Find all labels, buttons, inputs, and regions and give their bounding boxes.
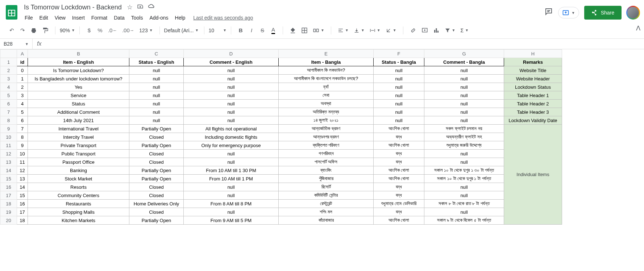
- cell[interactable]: ১৪ জুলাই ২০২১: [279, 116, 374, 125]
- menu-tools[interactable]: Tools: [128, 13, 146, 22]
- cell[interactable]: null: [424, 91, 504, 100]
- cell[interactable]: 14: [17, 183, 28, 191]
- cell[interactable]: Is Tomorrow Lockdown?: [28, 66, 129, 75]
- row-header[interactable]: 17: [0, 191, 17, 200]
- row-header[interactable]: 12: [0, 150, 17, 158]
- cell[interactable]: null: [184, 108, 279, 116]
- cell[interactable]: রেস্টুরেন্ট: [279, 200, 374, 208]
- cell[interactable]: বন্ধ: [374, 150, 424, 158]
- cell[interactable]: null: [184, 150, 279, 158]
- cell[interactable]: Item - English: [28, 58, 129, 66]
- cell[interactable]: null: [129, 66, 184, 75]
- spreadsheet-grid[interactable]: A B C D E F G H 1 id Item - English Stat…: [0, 49, 644, 225]
- cell[interactable]: Table Header 3: [504, 108, 562, 116]
- sheets-logo-icon[interactable]: [4, 5, 19, 20]
- cell[interactable]: null: [374, 83, 424, 91]
- cell[interactable]: Resorts: [28, 183, 129, 191]
- cell[interactable]: 0: [17, 66, 28, 75]
- cell[interactable]: null: [184, 183, 279, 191]
- cell[interactable]: Status: [28, 100, 129, 108]
- cell[interactable]: শুধুমাত্র হোম ডেলিভারি: [374, 200, 424, 208]
- cell[interactable]: সকাল ১০ টা থেকে দুপুর ১ টা পর্যন্ত: [424, 175, 504, 183]
- menu-help[interactable]: Help: [172, 13, 188, 22]
- row-header[interactable]: 1: [0, 58, 17, 66]
- cell[interactable]: অতিরিক্ত মন্তব্য: [279, 108, 374, 116]
- cell[interactable]: 12: [17, 166, 28, 175]
- cell[interactable]: null: [129, 108, 184, 116]
- row-header[interactable]: 8: [0, 116, 17, 125]
- cell[interactable]: null: [374, 108, 424, 116]
- cell[interactable]: শুধুমাত্র জরুরি উদ্দেশ্যে: [424, 141, 504, 150]
- cell[interactable]: আংশিক খোলা: [374, 216, 424, 225]
- strikethrough-button[interactable]: S: [257, 25, 267, 36]
- cell[interactable]: Restaurants: [28, 200, 129, 208]
- cell[interactable]: id: [17, 58, 28, 66]
- cell[interactable]: অভ্যন্তরীণ ফ্লাইট সহ: [424, 133, 504, 141]
- currency-button[interactable]: $: [84, 25, 94, 36]
- cell[interactable]: null: [129, 100, 184, 108]
- cell[interactable]: আংশিক খোলা: [374, 125, 424, 133]
- cell[interactable]: Item - Bangla: [279, 58, 374, 66]
- cell[interactable]: Service: [28, 91, 129, 100]
- formula-input[interactable]: [46, 39, 644, 49]
- cell[interactable]: শপিং মল: [279, 208, 374, 216]
- cell[interactable]: International Travel: [28, 125, 129, 133]
- cell[interactable]: আগামীকাল কি লকডাউন?: [279, 66, 374, 75]
- cell[interactable]: null: [184, 83, 279, 91]
- cell[interactable]: Closed: [129, 158, 184, 166]
- cell[interactable]: Remarks: [504, 58, 562, 66]
- cell[interactable]: সকাল ৮ টা থেকে রাত ৮ টা পর্যন্ত: [424, 200, 504, 208]
- v-align-button[interactable]: ▼: [352, 26, 367, 35]
- cell[interactable]: null: [374, 100, 424, 108]
- cell[interactable]: Banking: [28, 166, 129, 175]
- cell[interactable]: From 9 AM till 5 PM: [184, 216, 279, 225]
- cell[interactable]: আন্তর্জাতিক ভ্রমণ: [279, 125, 374, 133]
- cell[interactable]: Intercity Travel: [28, 133, 129, 141]
- merge-cells-button[interactable]: ▼: [311, 26, 327, 35]
- cell[interactable]: অবস্থা: [279, 100, 374, 108]
- name-box[interactable]: B28▼: [0, 39, 33, 49]
- cell[interactable]: Private Transport: [28, 141, 129, 150]
- cell[interactable]: null: [184, 116, 279, 125]
- cell[interactable]: null: [184, 208, 279, 216]
- cell[interactable]: আংশিক খোলা: [374, 175, 424, 183]
- cell[interactable]: বন্ধ: [374, 183, 424, 191]
- cell[interactable]: পাসপোর্ট অফিস: [279, 158, 374, 166]
- cell[interactable]: null: [184, 191, 279, 200]
- cell[interactable]: null: [184, 158, 279, 166]
- decrease-decimal-button[interactable]: .0←: [106, 25, 119, 36]
- cell[interactable]: সকাল ৯ টা থেকে বিকেল ৫ টা পর্যন্ত: [424, 216, 504, 225]
- cell[interactable]: null: [424, 100, 504, 108]
- cell[interactable]: null: [424, 75, 504, 83]
- cloud-status-icon[interactable]: [148, 3, 155, 12]
- col-header[interactable]: D: [184, 50, 279, 58]
- row-header[interactable]: 16: [0, 183, 17, 191]
- col-header[interactable]: F: [374, 50, 424, 58]
- cell[interactable]: null: [424, 191, 504, 200]
- cell[interactable]: সকল ফ্লাইট চলমান নয়: [424, 125, 504, 133]
- cell[interactable]: ব্যক্তিগত পরিবহণ: [279, 141, 374, 150]
- paint-format-button[interactable]: [40, 25, 51, 36]
- move-icon[interactable]: [137, 3, 144, 12]
- fill-color-button[interactable]: [287, 25, 298, 36]
- cell[interactable]: null: [184, 66, 279, 75]
- cell[interactable]: আন্তঃনগর ভ্রমণ: [279, 133, 374, 141]
- comments-icon[interactable]: [544, 7, 553, 18]
- cell[interactable]: From 10 AM till 1 PM: [184, 175, 279, 183]
- cell[interactable]: রিসোর্ট: [279, 183, 374, 191]
- cell[interactable]: Lockdown Status: [504, 83, 562, 91]
- cell[interactable]: 3: [17, 91, 28, 100]
- h-align-button[interactable]: ▼: [336, 26, 351, 35]
- cell[interactable]: From 10 AM till 1 30 PM: [184, 166, 279, 175]
- percent-button[interactable]: %: [95, 25, 105, 36]
- cell[interactable]: Partially Open: [129, 216, 184, 225]
- cell[interactable]: ব্যাংকিং: [279, 166, 374, 175]
- cell[interactable]: null: [129, 116, 184, 125]
- cell[interactable]: Partially Open: [129, 166, 184, 175]
- cell[interactable]: হ্যাঁ: [279, 83, 374, 91]
- cell[interactable]: null: [424, 66, 504, 75]
- row-header[interactable]: 7: [0, 108, 17, 116]
- cell[interactable]: Partially Open: [129, 125, 184, 133]
- row-header[interactable]: 19: [0, 208, 17, 216]
- menu-view[interactable]: View: [52, 13, 68, 22]
